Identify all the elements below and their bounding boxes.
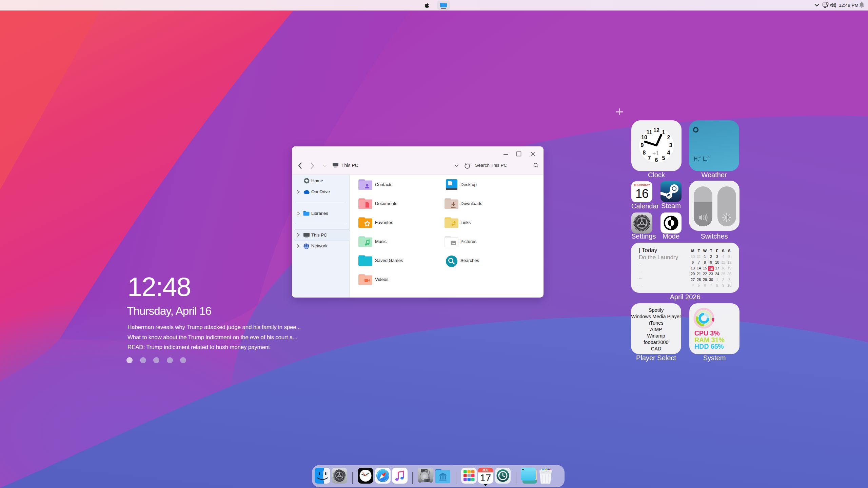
svg-text:9: 9: [641, 142, 644, 148]
svg-text:11: 11: [647, 129, 652, 135]
svg-text:10: 10: [641, 135, 647, 140]
svg-text:S: S: [722, 249, 724, 253]
svg-text:Downloads: Downloads: [460, 201, 482, 206]
svg-text:8: 8: [643, 150, 646, 156]
svg-text:2: 2: [667, 135, 670, 140]
svg-text:2: 2: [710, 255, 712, 259]
svg-text:10: 10: [715, 260, 719, 264]
svg-text:Links: Links: [460, 220, 471, 225]
svg-text:T: T: [698, 249, 700, 253]
svg-text:8: 8: [716, 283, 718, 287]
svg-text:23: 23: [709, 272, 713, 276]
svg-text:25: 25: [721, 272, 725, 276]
svg-text:13: 13: [691, 266, 695, 270]
svg-text:Favorites: Favorites: [375, 220, 393, 225]
svg-text:30: 30: [691, 255, 695, 259]
svg-text:Videos: Videos: [375, 277, 389, 282]
svg-text:12: 12: [653, 127, 659, 133]
svg-text:S: S: [728, 249, 730, 253]
svg-text:3: 3: [716, 255, 718, 259]
svg-text:30: 30: [709, 278, 713, 282]
svg-text:H:° L:°: H:° L:°: [694, 156, 710, 162]
svg-text:4: 4: [667, 150, 670, 156]
svg-text:8: 8: [704, 260, 706, 264]
svg-text:27: 27: [691, 278, 695, 282]
svg-text:Searches: Searches: [460, 258, 479, 263]
svg-text:6: 6: [692, 260, 694, 264]
svg-text:9: 9: [722, 283, 724, 287]
svg-text:6: 6: [655, 157, 658, 163]
svg-text:1: 1: [716, 278, 718, 282]
svg-text:15: 15: [703, 266, 707, 270]
svg-text:5: 5: [698, 283, 700, 287]
svg-text:10: 10: [727, 283, 731, 287]
svg-text:28: 28: [697, 278, 701, 282]
svg-text:4: 4: [692, 283, 694, 287]
svg-text:Saved Games: Saved Games: [375, 258, 403, 263]
svg-text:24: 24: [715, 272, 719, 276]
svg-text:5: 5: [662, 155, 665, 161]
svg-text:Pictures: Pictures: [460, 239, 476, 244]
svg-text:17: 17: [715, 266, 719, 270]
svg-text:12: 12: [727, 260, 731, 264]
svg-text:14: 14: [697, 266, 701, 270]
svg-text:3: 3: [728, 278, 730, 282]
svg-text:1: 1: [662, 129, 665, 135]
svg-text:21: 21: [697, 272, 701, 276]
svg-text:W: W: [703, 249, 707, 253]
svg-text:T: T: [710, 249, 712, 253]
svg-text:4: 4: [722, 255, 724, 259]
svg-text:11: 11: [721, 260, 725, 264]
svg-text:Contacts: Contacts: [375, 182, 393, 187]
svg-text:2: 2: [722, 278, 724, 282]
svg-text:17: 17: [480, 472, 491, 483]
svg-text:6: 6: [704, 283, 706, 287]
svg-text:19: 19: [727, 266, 731, 270]
svg-text:3: 3: [669, 142, 672, 148]
svg-text:16: 16: [709, 267, 713, 271]
svg-text:JUL: JUL: [482, 468, 489, 472]
svg-text:5: 5: [728, 255, 730, 259]
svg-text:29: 29: [703, 278, 707, 282]
svg-text:7: 7: [648, 155, 651, 161]
svg-text:M: M: [691, 249, 694, 253]
svg-text:18: 18: [721, 266, 725, 270]
svg-text:9: 9: [710, 260, 712, 264]
svg-text:Documents: Documents: [375, 201, 397, 206]
svg-text:22: 22: [703, 272, 707, 276]
svg-text:Desktop: Desktop: [460, 182, 477, 187]
svg-text:Music: Music: [375, 239, 387, 244]
svg-text:20: 20: [691, 272, 695, 276]
svg-text:31: 31: [697, 255, 701, 259]
svg-text:7: 7: [698, 260, 700, 264]
svg-text:F: F: [716, 249, 718, 253]
svg-text:+1: +1: [652, 150, 659, 157]
svg-text:1: 1: [704, 255, 706, 259]
svg-text:26: 26: [727, 272, 731, 276]
svg-text:7: 7: [710, 283, 712, 287]
